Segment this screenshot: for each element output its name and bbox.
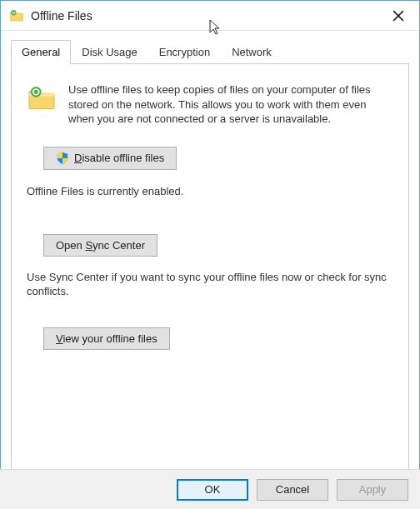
disable-button-label: Disable offline files <box>74 152 164 164</box>
cancel-button[interactable]: Cancel <box>257 479 328 501</box>
tab-general[interactable]: General <box>11 40 71 64</box>
uac-shield-icon <box>56 152 69 165</box>
offline-files-folder-icon <box>27 82 57 112</box>
close-icon <box>392 10 404 22</box>
app-icon <box>9 8 24 23</box>
sync-center-button-label: Open Sync Center <box>56 239 145 252</box>
title-bar: Offline Files <box>1 1 419 31</box>
intro-text: Use offline files to keep copies of file… <box>68 82 393 127</box>
tab-strip: General Disk Usage Encryption Network <box>1 31 419 63</box>
open-sync-center-button[interactable]: Open Sync Center <box>43 234 158 257</box>
view-offline-files-button[interactable]: View your offline files <box>43 327 170 350</box>
tab-network[interactable]: Network <box>221 40 282 64</box>
status-text: Offline Files is currently enabled. <box>27 185 393 197</box>
close-button[interactable] <box>386 3 411 28</box>
apply-button: Apply <box>337 479 408 501</box>
window-title: Offline Files <box>31 9 386 22</box>
tab-encryption[interactable]: Encryption <box>148 40 221 64</box>
ok-button[interactable]: OK <box>177 479 248 501</box>
tab-panel-general: Use offline files to keep copies of file… <box>11 63 409 477</box>
view-files-button-label: View your offline files <box>56 332 158 345</box>
sync-help-text: Use Sync Center if you want to sync your… <box>27 270 393 299</box>
disable-offline-files-button[interactable]: Disable offline files <box>43 147 177 170</box>
svg-point-0 <box>11 10 16 15</box>
dialog-footer: OK Cancel Apply <box>0 469 420 509</box>
tab-disk-usage[interactable]: Disk Usage <box>71 40 148 64</box>
